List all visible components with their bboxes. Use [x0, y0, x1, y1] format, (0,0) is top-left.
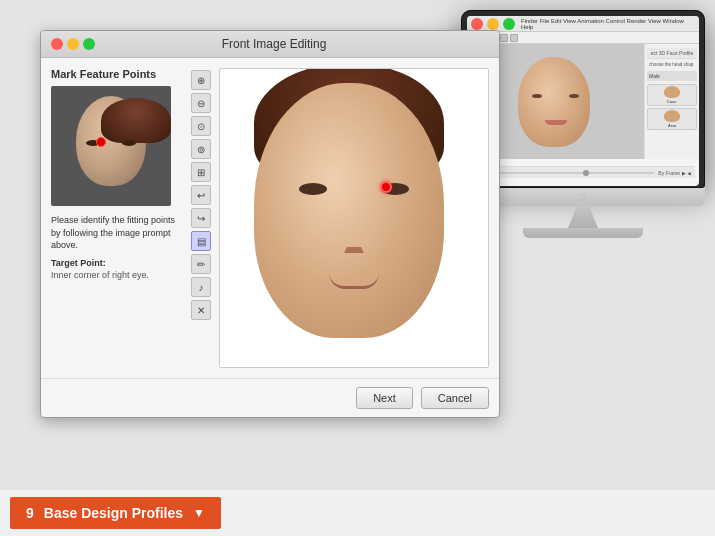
- target-point-label: Target Point:: [51, 258, 181, 268]
- slider-thumb[interactable]: [583, 170, 589, 176]
- tool-zoom-out[interactable]: ⊖: [191, 93, 211, 113]
- tool-clear[interactable]: ✕: [191, 300, 211, 320]
- window-controls: [471, 18, 515, 30]
- editor-face-skin: [254, 83, 444, 338]
- apple-logo-icon: : [581, 192, 585, 203]
- toolbar-btn-4[interactable]: [500, 34, 508, 42]
- tool-zoom-in[interactable]: ⊕: [191, 70, 211, 90]
- dialog-min-btn[interactable]: [67, 38, 79, 50]
- editor-nose: [344, 223, 364, 253]
- minimize-btn-monitor[interactable]: [487, 18, 499, 30]
- bottom-bar: 9 Base Design Profiles ▼: [0, 490, 715, 536]
- profiles-label: Base Design Profiles: [44, 505, 183, 521]
- tool-undo[interactable]: ↩: [191, 185, 211, 205]
- face-editing-canvas[interactable]: [219, 68, 489, 368]
- imac-stand-neck: [568, 206, 598, 228]
- preview-eye-right: [122, 140, 136, 146]
- playback-area: By Frame ▶ ■: [471, 166, 695, 178]
- tool-audio[interactable]: ♪: [191, 277, 211, 297]
- dialog-buttons-bar: Next Cancel: [41, 378, 499, 417]
- dialog-titlebar: Front Image Editing: [41, 31, 499, 58]
- menu-finder: Finder File Edit View Animation Control …: [521, 18, 695, 30]
- feature-point-marker: [96, 137, 106, 147]
- editor-feature-point[interactable]: [380, 181, 392, 193]
- eye-3d-right: [569, 94, 579, 98]
- dropdown-arrow-icon: ▼: [193, 506, 205, 520]
- tool-select[interactable]: ▤: [191, 231, 211, 251]
- section-label: Mark Feature Points: [51, 68, 181, 80]
- face-preview-thumbnail: [51, 86, 171, 206]
- panel-heading: ect 3D Face Profile: [647, 48, 697, 59]
- main-area: Finder File Edit View Animation Control …: [0, 0, 715, 490]
- cancel-button[interactable]: Cancel: [421, 387, 489, 409]
- editor-face-container: [254, 83, 454, 353]
- tool-fit[interactable]: ⊙: [191, 116, 211, 136]
- dialog-left-panel: Mark Feature Points Please identify the: [51, 68, 181, 368]
- face-3d-skin: [518, 57, 590, 147]
- monitor-content: ect 3D Face Profile choose the head shap…: [467, 44, 699, 159]
- toolbar-btn-5[interactable]: [510, 34, 518, 42]
- dialog-front-image-editing: Front Image Editing Mark Feature Points: [40, 30, 500, 418]
- imac-stand-base: [523, 228, 643, 238]
- tool-draw[interactable]: ✏: [191, 254, 211, 274]
- profiles-button[interactable]: 9 Base Design Profiles ▼: [10, 497, 221, 529]
- ethnic-face-2: [664, 110, 680, 122]
- ethnic-label-2: Asia: [668, 123, 676, 128]
- frame-label: By Frame: [658, 170, 680, 176]
- monitor-screen: Finder File Edit View Animation Control …: [467, 16, 699, 186]
- vertical-toolbar: ⊕ ⊖ ⊙ ⊚ ⊞ ↩ ↪ ▤ ✏ ♪ ✕: [191, 68, 213, 368]
- dialog-title: Front Image Editing: [222, 37, 327, 51]
- ethnic-face-1: [664, 86, 680, 98]
- preview-hair: [101, 98, 171, 143]
- tool-rotate[interactable]: ⊚: [191, 139, 211, 159]
- tool-redo[interactable]: ↪: [191, 208, 211, 228]
- play-btn[interactable]: ▶: [682, 170, 686, 176]
- prompt-text: Please identify the fitting points by fo…: [51, 214, 181, 252]
- dialog-body: Mark Feature Points Please identify the: [41, 58, 499, 378]
- lips-3d: [545, 120, 567, 125]
- maximize-btn-monitor[interactable]: [503, 18, 515, 30]
- monitor-right-panel: ect 3D Face Profile choose the head shap…: [644, 44, 699, 159]
- dialog-max-btn[interactable]: [83, 38, 95, 50]
- panel-subheading: choose the head shap: [647, 61, 697, 68]
- next-button[interactable]: Next: [356, 387, 413, 409]
- software-toolbar-monitor: [467, 32, 699, 44]
- ethnic-label-1: Cauc.: [667, 99, 677, 104]
- profiles-count: 9: [26, 505, 34, 521]
- timeline-slider[interactable]: [475, 172, 654, 174]
- gender-label: Male: [647, 71, 697, 81]
- dialog-close-btn[interactable]: [51, 38, 63, 50]
- ethnic-option-1[interactable]: Cauc.: [647, 84, 697, 106]
- software-menubar: Finder File Edit View Animation Control …: [467, 16, 699, 32]
- close-btn-monitor[interactable]: [471, 18, 483, 30]
- stop-btn[interactable]: ■: [688, 170, 691, 176]
- preview-face-skin: [76, 96, 146, 186]
- playback-controls: By Frame ▶ ■: [658, 170, 691, 176]
- ethnic-option-2[interactable]: Asia: [647, 108, 697, 130]
- face-3d-head-container: [518, 52, 593, 152]
- dialog-window-controls: [51, 38, 95, 50]
- dialog-center-area: ⊕ ⊖ ⊙ ⊚ ⊞ ↩ ↪ ▤ ✏ ♪ ✕: [191, 68, 489, 368]
- eye-3d-left: [532, 94, 542, 98]
- editor-eye-left: [299, 183, 327, 195]
- tool-grid[interactable]: ⊞: [191, 162, 211, 182]
- target-point-desc: Inner corner of right eye.: [51, 270, 181, 280]
